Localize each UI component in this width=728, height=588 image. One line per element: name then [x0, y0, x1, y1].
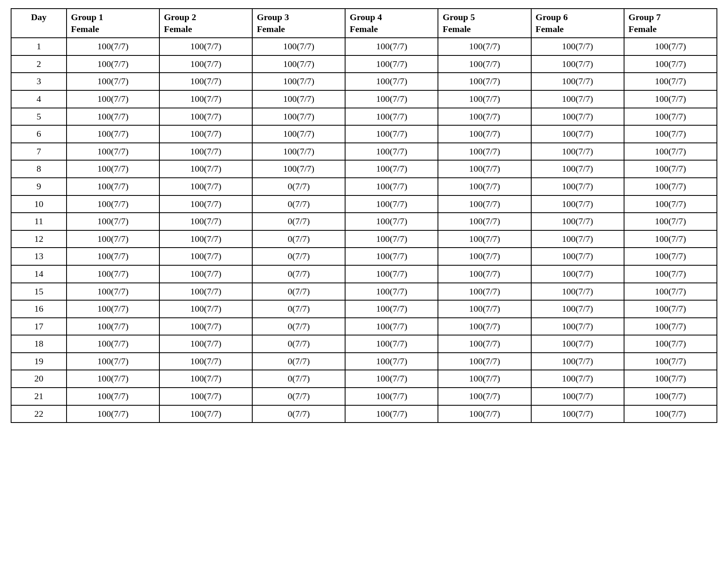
data-cell: 100(7/7): [438, 353, 531, 370]
data-cell: 100(7/7): [159, 248, 252, 265]
data-cell: 100(7/7): [67, 283, 159, 301]
data-cell: 100(7/7): [345, 335, 438, 353]
data-cell: 100(7/7): [67, 125, 159, 143]
data-cell: 100(7/7): [67, 90, 159, 108]
day-cell: 18: [11, 335, 67, 353]
day-cell: 10: [11, 195, 67, 213]
day-cell: 7: [11, 143, 67, 161]
data-cell: 100(7/7): [624, 160, 717, 178]
data-cell: 100(7/7): [67, 335, 159, 353]
data-cell: 100(7/7): [438, 90, 531, 108]
data-cell: 100(7/7): [345, 213, 438, 230]
data-cell: 100(7/7): [67, 230, 159, 248]
data-cell: 100(7/7): [159, 160, 252, 178]
data-cell: 100(7/7): [438, 73, 531, 90]
table-row: 9100(7/7)100(7/7)0(7/7)100(7/7)100(7/7)1…: [11, 178, 717, 195]
data-cell: 100(7/7): [624, 108, 717, 126]
data-cell: 100(7/7): [67, 195, 159, 213]
data-cell: 100(7/7): [159, 125, 252, 143]
data-cell: 100(7/7): [531, 300, 624, 318]
data-cell: 100(7/7): [438, 213, 531, 230]
day-cell: 20: [11, 370, 67, 388]
data-cell: 100(7/7): [438, 300, 531, 318]
data-cell: 100(7/7): [531, 90, 624, 108]
data-cell: 100(7/7): [624, 405, 717, 423]
data-cell: 100(7/7): [159, 38, 252, 55]
data-cell: 100(7/7): [531, 405, 624, 423]
data-cell: 100(7/7): [624, 318, 717, 335]
data-cell: 100(7/7): [438, 195, 531, 213]
data-cell: 100(7/7): [624, 90, 717, 108]
day-cell: 4: [11, 90, 67, 108]
data-cell: 100(7/7): [252, 90, 345, 108]
data-cell: 100(7/7): [438, 283, 531, 301]
data-cell: 100(7/7): [624, 388, 717, 405]
data-cell: 100(7/7): [67, 55, 159, 73]
data-cell: 100(7/7): [345, 318, 438, 335]
data-cell: 100(7/7): [438, 55, 531, 73]
data-cell: 100(7/7): [159, 230, 252, 248]
data-cell: 100(7/7): [531, 353, 624, 370]
data-cell: 100(7/7): [531, 178, 624, 195]
data-cell: 100(7/7): [252, 73, 345, 90]
data-cell: 0(7/7): [252, 388, 345, 405]
data-cell: 100(7/7): [624, 143, 717, 161]
day-cell: 3: [11, 73, 67, 90]
day-cell: 13: [11, 248, 67, 265]
day-cell: 17: [11, 318, 67, 335]
data-cell: 100(7/7): [252, 55, 345, 73]
data-cell: 0(7/7): [252, 265, 345, 283]
data-cell: 100(7/7): [624, 195, 717, 213]
data-cell: 100(7/7): [252, 108, 345, 126]
data-cell: 100(7/7): [345, 370, 438, 388]
day-cell: 11: [11, 213, 67, 230]
data-cell: 100(7/7): [531, 248, 624, 265]
data-cell: 100(7/7): [624, 283, 717, 301]
data-cell: 100(7/7): [67, 370, 159, 388]
header-row: DayGroup 1FemaleGroup 2FemaleGroup 3Fema…: [11, 9, 717, 38]
data-cell: 100(7/7): [67, 178, 159, 195]
data-cell: 100(7/7): [624, 178, 717, 195]
data-cell: 100(7/7): [531, 283, 624, 301]
table-row: 22100(7/7)100(7/7)0(7/7)100(7/7)100(7/7)…: [11, 405, 717, 423]
data-cell: 0(7/7): [252, 335, 345, 353]
data-cell: 100(7/7): [345, 178, 438, 195]
data-cell: 100(7/7): [252, 38, 345, 55]
data-cell: 0(7/7): [252, 370, 345, 388]
table-row: 18100(7/7)100(7/7)0(7/7)100(7/7)100(7/7)…: [11, 335, 717, 353]
data-cell: 100(7/7): [159, 370, 252, 388]
data-cell: 100(7/7): [159, 388, 252, 405]
table-row: 11100(7/7)100(7/7)0(7/7)100(7/7)100(7/7)…: [11, 213, 717, 230]
data-cell: 100(7/7): [159, 405, 252, 423]
table-row: 19100(7/7)100(7/7)0(7/7)100(7/7)100(7/7)…: [11, 353, 717, 370]
data-cell: 100(7/7): [159, 90, 252, 108]
data-cell: 100(7/7): [67, 300, 159, 318]
data-cell: 100(7/7): [438, 388, 531, 405]
data-cell: 100(7/7): [438, 178, 531, 195]
data-cell: 0(7/7): [252, 318, 345, 335]
data-cell: 100(7/7): [345, 108, 438, 126]
day-cell: 16: [11, 300, 67, 318]
data-cell: 100(7/7): [67, 108, 159, 126]
day-cell: 21: [11, 388, 67, 405]
data-cell: 100(7/7): [531, 213, 624, 230]
table-row: 15100(7/7)100(7/7)0(7/7)100(7/7)100(7/7)…: [11, 283, 717, 301]
column-header-2: Group 2Female: [159, 9, 252, 38]
day-cell: 9: [11, 178, 67, 195]
table-row: 2100(7/7)100(7/7)100(7/7)100(7/7)100(7/7…: [11, 55, 717, 73]
day-cell: 5: [11, 108, 67, 126]
data-cell: 0(7/7): [252, 300, 345, 318]
data-cell: 100(7/7): [345, 160, 438, 178]
data-cell: 100(7/7): [531, 230, 624, 248]
data-cell: 100(7/7): [624, 335, 717, 353]
table-row: 1100(7/7)100(7/7)100(7/7)100(7/7)100(7/7…: [11, 38, 717, 55]
column-header-0: Day: [11, 9, 67, 38]
table-row: 7100(7/7)100(7/7)100(7/7)100(7/7)100(7/7…: [11, 143, 717, 161]
data-cell: 100(7/7): [159, 195, 252, 213]
data-cell: 100(7/7): [67, 38, 159, 55]
data-cell: 100(7/7): [438, 38, 531, 55]
data-cell: 100(7/7): [345, 300, 438, 318]
data-cell: 100(7/7): [345, 405, 438, 423]
data-cell: 100(7/7): [67, 73, 159, 90]
data-cell: 100(7/7): [531, 125, 624, 143]
